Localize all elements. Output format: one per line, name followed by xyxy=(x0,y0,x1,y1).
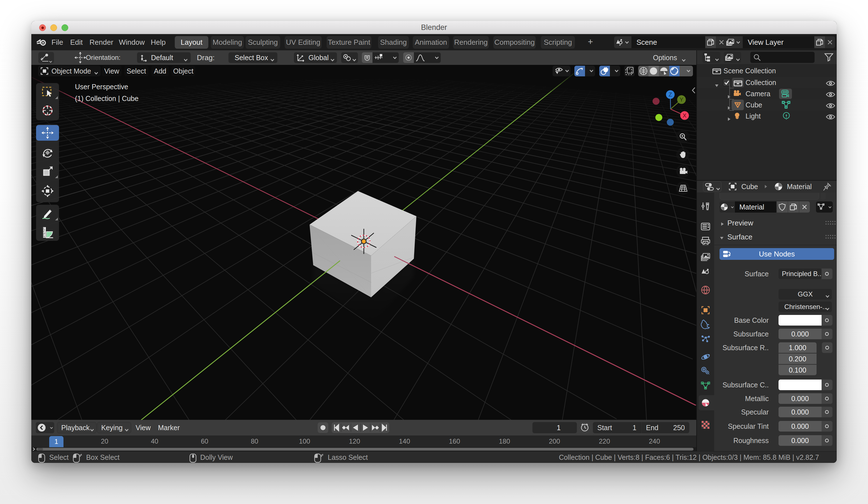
svg-text:Z: Z xyxy=(669,91,672,97)
svg-text:Y: Y xyxy=(680,96,683,103)
svg-text:X: X xyxy=(683,112,686,119)
